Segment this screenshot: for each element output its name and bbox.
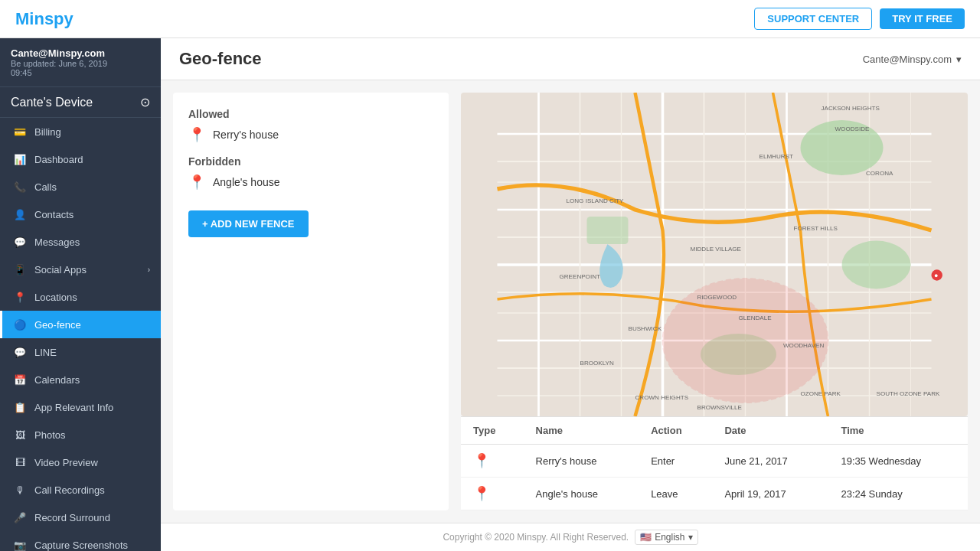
svg-text:BUSHWICK: BUSHWICK: [629, 325, 662, 332]
content-header: Geo-fence Cante@Minspy.com ▾: [161, 38, 980, 80]
forbidden-item: 📍 Angle's house: [188, 174, 433, 191]
footer: Copyright © 2020 Minspy. All Right Reser…: [161, 523, 980, 551]
sidebar-item-record-surround[interactable]: 🎤 Record Surround: [0, 504, 161, 531]
svg-rect-24: [587, 217, 629, 244]
language-label: English: [655, 532, 684, 543]
contacts-icon: 👤: [13, 207, 27, 221]
messages-icon: 💬: [13, 235, 27, 249]
sidebar-item-call-recordings[interactable]: 🎙 Call Recordings: [0, 476, 161, 504]
chevron-down-icon: ▾: [956, 54, 962, 65]
allowed-label: Allowed: [188, 108, 433, 120]
sidebar-label-call-recordings: Call Recordings: [34, 484, 105, 496]
sidebar-item-contacts[interactable]: 👤 Contacts: [0, 201, 161, 228]
svg-text:CORONA: CORONA: [866, 170, 893, 177]
geo-fence-icon: 🔵: [13, 318, 27, 331]
sidebar-label-video-preview: Video Preview: [34, 457, 98, 468]
svg-text:●: ●: [934, 272, 938, 279]
sidebar-item-locations[interactable]: 📍 Locations: [0, 283, 161, 311]
sidebar-item-messages[interactable]: 💬 Messages: [0, 228, 161, 256]
locations-icon: 📍: [13, 290, 27, 304]
footer-copyright: Copyright © 2020 Minspy. All Right Reser…: [443, 532, 629, 543]
dashboard-icon: 📊: [13, 152, 27, 166]
sidebar-label-capture-screenshots: Capture Screenshots: [34, 540, 128, 551]
content-area: Geo-fence Cante@Minspy.com ▾ Allowed 📍 R…: [161, 38, 980, 551]
sidebar-label-app-relevant: App Relevant Info: [34, 402, 113, 413]
sidebar-device[interactable]: Cante's Device ⊙: [0, 87, 161, 118]
sidebar-item-calls[interactable]: 📞 Calls: [0, 173, 161, 201]
col-date: Date: [712, 417, 828, 445]
sidebar-item-dashboard[interactable]: 📊 Dashboard: [0, 145, 161, 173]
sidebar-nav: 💳 Billing 📊 Dashboard 📞 Calls 👤 Contacts…: [0, 118, 161, 551]
line-icon: 💬: [13, 345, 27, 359]
arrow-icon: ›: [148, 266, 150, 274]
col-name: Name: [524, 417, 639, 445]
svg-text:BROWNSVILLE: BROWNSVILLE: [697, 404, 743, 411]
sidebar-item-capture-screenshots[interactable]: 📷 Capture Screenshots: [0, 531, 161, 551]
flag-icon: 🇺🇸: [640, 532, 652, 543]
right-col: JACKSON HEIGHTS WOODSIDE CORONA ELMHURST…: [461, 93, 968, 510]
lang-chevron-icon: ▾: [688, 532, 693, 543]
svg-text:RIDGEWOOD: RIDGEWOOD: [697, 294, 737, 301]
table-row: 📍 Angle's house Leave April 19, 2017 23:…: [461, 478, 968, 510]
sidebar-item-photos[interactable]: 🖼 Photos: [0, 421, 161, 448]
sidebar-label-contacts: Contacts: [34, 209, 74, 220]
cell-type-1: 📍: [461, 478, 524, 510]
forbidden-section: Forbidden 📍 Angle's house: [188, 155, 433, 191]
user-dropdown[interactable]: Cante@Minspy.com ▾: [863, 54, 962, 65]
sidebar-label-photos: Photos: [34, 429, 65, 441]
svg-text:FOREST HILLS: FOREST HILLS: [794, 225, 838, 232]
sidebar-item-billing[interactable]: 💳 Billing: [0, 118, 161, 145]
sidebar-label-calendars: Calendars: [34, 374, 80, 386]
billing-icon: 💳: [13, 125, 27, 139]
svg-text:SOUTH OZONE PARK: SOUTH OZONE PARK: [877, 390, 940, 397]
allowed-pin-icon: 📍: [188, 126, 205, 143]
geo-body: Allowed 📍 Rerry's house Forbidden 📍 Angl…: [161, 80, 980, 523]
sidebar-item-video-preview[interactable]: 🎞 Video Preview: [0, 448, 161, 476]
geo-panel: Allowed 📍 Rerry's house Forbidden 📍 Angl…: [173, 93, 449, 510]
cell-action-1: Leave: [639, 478, 712, 510]
sidebar-user-info: Cante@Minspy.com Be updated: June 6, 201…: [0, 38, 161, 87]
calendars-icon: 📅: [13, 373, 27, 386]
geo-table-section: Type Name Action Date Time 📍 Rerry's hou…: [461, 416, 968, 510]
sidebar-label-messages: Messages: [34, 236, 80, 248]
cell-name-1: Angle's house: [524, 478, 639, 510]
sidebar-item-social-apps[interactable]: 📱 Social Apps ›: [0, 256, 161, 283]
cell-time-1: 23:24 Sunday: [828, 478, 968, 510]
device-dropdown-icon: ⊙: [140, 95, 150, 109]
svg-text:BROOKLYN: BROOKLYN: [580, 360, 614, 367]
forbidden-label: Forbidden: [188, 155, 433, 168]
col-type: Type: [461, 417, 524, 445]
page-title: Geo-fence: [179, 49, 262, 69]
try-it-free-button[interactable]: TRY IT FREE: [880, 8, 965, 29]
svg-text:GREENPOINT: GREENPOINT: [560, 273, 600, 280]
sidebar-label-locations: Locations: [34, 292, 77, 303]
sidebar-label-record-surround: Record Surround: [34, 512, 110, 523]
sidebar-item-calendars[interactable]: 📅 Calendars: [0, 366, 161, 393]
allowed-item-name: Rerry's house: [213, 129, 279, 141]
sidebar-item-app-relevant[interactable]: 📋 App Relevant Info: [0, 393, 161, 421]
svg-text:ELMHURST: ELMHURST: [760, 153, 793, 160]
svg-text:JACKSON HEIGHTS: JACKSON HEIGHTS: [822, 105, 880, 112]
video-preview-icon: 🎞: [13, 455, 27, 469]
sidebar-updated: Be updated: June 6, 2019 09:45: [11, 59, 150, 77]
cell-date-0: June 21, 2017: [712, 445, 828, 478]
map-container[interactable]: JACKSON HEIGHTS WOODSIDE CORONA ELMHURST…: [461, 93, 968, 416]
col-time: Time: [828, 417, 968, 445]
col-action: Action: [639, 417, 712, 445]
logo: Minspy: [15, 9, 74, 29]
sidebar-label-billing: Billing: [34, 126, 61, 138]
type-pin-icon: 📍: [473, 486, 490, 501]
sidebar-item-geo-fence[interactable]: 🔵 Geo-fence: [0, 311, 161, 338]
sidebar-label-geo-fence: Geo-fence: [34, 319, 81, 331]
sidebar: Cante@Minspy.com Be updated: June 6, 201…: [0, 38, 161, 551]
add-fence-button[interactable]: + ADD NEW FENCE: [188, 210, 309, 237]
svg-point-23: [842, 241, 911, 289]
support-center-button[interactable]: SUPPORT CENTER: [754, 8, 872, 30]
sidebar-item-line[interactable]: 💬 LINE: [0, 338, 161, 366]
allowed-item: 📍 Rerry's house: [188, 126, 433, 143]
language-selector[interactable]: 🇺🇸 English ▾: [635, 530, 697, 545]
sidebar-label-calls: Calls: [34, 181, 57, 193]
social-apps-icon: 📱: [13, 262, 27, 276]
sidebar-label-dashboard: Dashboard: [34, 154, 83, 165]
svg-text:MIDDLE VILLAGE: MIDDLE VILLAGE: [691, 246, 742, 253]
